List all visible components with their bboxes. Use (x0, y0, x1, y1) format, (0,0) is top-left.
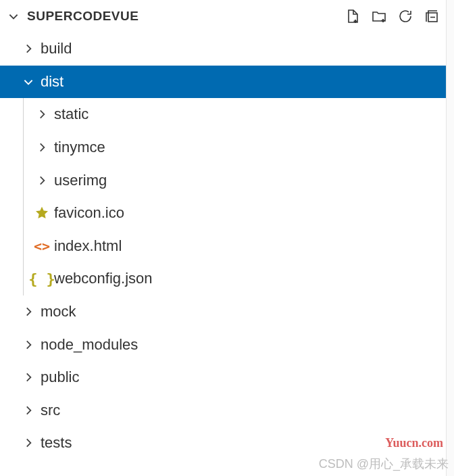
item-label: tinymce (51, 139, 105, 156)
item-label: build (38, 40, 72, 57)
file-item[interactable]: favicon.ico (0, 197, 446, 230)
item-label: src (38, 402, 60, 419)
new-folder-icon[interactable] (370, 7, 388, 25)
star-file-icon (32, 206, 51, 220)
watermark-text: Yuucn.com (385, 436, 443, 450)
item-label: index.html (51, 237, 122, 255)
chevron-down-icon[interactable] (19, 76, 38, 88)
watermark-text: CSDN @用心_承载未来 (319, 456, 449, 472)
file-item[interactable]: <>index.html (0, 230, 446, 263)
item-label: public (38, 368, 79, 386)
chevron-right-icon[interactable] (32, 174, 51, 187)
folder-item[interactable]: userimg (0, 164, 446, 197)
chevron-right-icon[interactable] (32, 108, 51, 120)
chevron-right-icon[interactable] (19, 371, 38, 383)
item-label: dist (38, 73, 64, 91)
folder-item[interactable]: tinymce (0, 131, 446, 164)
chevron-down-icon[interactable] (4, 10, 23, 22)
collapse-all-icon[interactable] (423, 7, 440, 25)
html-file-icon: <> (32, 238, 51, 254)
refresh-icon[interactable] (397, 7, 414, 25)
item-label: mock (38, 303, 76, 320)
folder-item[interactable]: static (0, 98, 446, 131)
chevron-right-icon[interactable] (19, 339, 38, 351)
file-tree: builddiststatictinymceuserimgfavicon.ico… (0, 32, 446, 460)
folder-item[interactable]: dist (0, 66, 446, 99)
item-label: userimg (51, 172, 107, 189)
chevron-right-icon[interactable] (32, 141, 51, 153)
item-label: tests (38, 434, 72, 452)
folder-item[interactable]: public (0, 361, 446, 394)
file-explorer-panel: SUPERCODEVUE builddiststatictinymceuseri… (0, 0, 447, 476)
item-label: webconfig.json (51, 270, 153, 287)
folder-item[interactable]: src (0, 394, 446, 427)
file-item[interactable]: { }webconfig.json (0, 262, 446, 295)
folder-item[interactable]: node_modules (0, 328, 446, 361)
explorer-actions (344, 7, 440, 25)
folder-item[interactable]: mock (0, 295, 446, 329)
chevron-right-icon[interactable] (19, 437, 38, 449)
item-label: node_modules (38, 336, 138, 354)
item-label: favicon.ico (51, 204, 124, 222)
chevron-right-icon[interactable] (19, 306, 38, 318)
chevron-right-icon[interactable] (19, 43, 38, 55)
json-file-icon: { } (32, 270, 51, 287)
project-title: SUPERCODEVUE (27, 9, 138, 24)
folder-item[interactable]: tests (0, 427, 446, 460)
chevron-right-icon[interactable] (19, 404, 38, 416)
explorer-header: SUPERCODEVUE (0, 0, 446, 32)
item-label: static (51, 105, 89, 123)
new-file-icon[interactable] (344, 7, 361, 25)
folder-item[interactable]: build (0, 32, 446, 66)
